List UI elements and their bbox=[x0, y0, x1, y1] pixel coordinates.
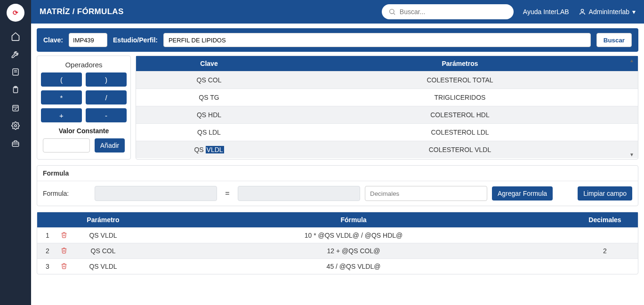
nav-tools[interactable] bbox=[0, 45, 31, 63]
topbar: MATRÍZ / FÓRMULAS Ayuda InterLAB AdminIn… bbox=[31, 0, 644, 24]
param-clave: QS VLDL bbox=[136, 141, 282, 158]
param-name: TRIGLICERIDOS bbox=[282, 89, 638, 106]
user-menu[interactable]: AdminInterlab ▾ bbox=[579, 8, 636, 16]
sidebar: ⟳ bbox=[0, 0, 31, 305]
row-param: QS VLDL bbox=[71, 228, 135, 243]
chevron-down-icon: ▾ bbox=[632, 8, 636, 16]
formula-row-label: Formula: bbox=[43, 190, 90, 197]
add-constant-button[interactable]: Añadir bbox=[95, 138, 125, 152]
delete-row[interactable] bbox=[58, 259, 71, 274]
svg-rect-5 bbox=[13, 105, 18, 111]
param-row[interactable]: QS LDLCOLESTEROL LDL bbox=[136, 123, 638, 141]
nav-toolbox[interactable] bbox=[0, 135, 31, 152]
param-row[interactable]: QS TGTRIGLICERIDOS bbox=[136, 88, 638, 106]
formula-left-input[interactable] bbox=[95, 186, 217, 201]
operators-title: Operadores bbox=[41, 61, 127, 69]
row-param: QS VLDL bbox=[71, 259, 135, 274]
row-number: 3 bbox=[37, 259, 58, 274]
nav-calendar[interactable] bbox=[0, 99, 31, 117]
params-head-param: Parámetros bbox=[282, 56, 638, 71]
param-name: COLESTEROL TOTAL bbox=[282, 72, 638, 88]
params-scrollbar[interactable]: ▲ ▼ bbox=[629, 58, 636, 157]
ft-head-blank1 bbox=[37, 212, 58, 227]
trash-icon bbox=[61, 247, 68, 254]
scroll-up-icon[interactable]: ▲ bbox=[629, 58, 636, 63]
user-label: AdminInterlab bbox=[589, 8, 629, 16]
params-table: Clave Parámetros QS COLCOLESTEROL TOTALQ… bbox=[136, 56, 638, 160]
param-clave: QS COL bbox=[136, 72, 282, 88]
ft-head-dec: Decimales bbox=[572, 212, 638, 227]
nav-book[interactable] bbox=[0, 63, 31, 81]
clear-formula-button[interactable]: Limpiar campo bbox=[578, 186, 632, 201]
ft-head-param: Parámetro bbox=[71, 212, 135, 227]
svg-point-7 bbox=[15, 125, 17, 127]
row-number: 1 bbox=[37, 228, 58, 243]
row-formula: 10 * @QS VLDL@ / @QS HDL@ bbox=[135, 228, 572, 243]
formula-row: 3QS VLDL45 / @QS VLDL@ bbox=[37, 258, 638, 274]
perfil-label: Estudio/Perfil: bbox=[113, 36, 158, 44]
op-close-paren[interactable]: ) bbox=[86, 72, 127, 87]
formulas-table: Parámetro Fórmula Decimales 1QS VLDL10 *… bbox=[37, 212, 638, 274]
trash-icon bbox=[61, 263, 68, 269]
formula-equals: = bbox=[222, 189, 233, 198]
brand-logo: ⟳ bbox=[7, 4, 24, 22]
help-link[interactable]: Ayuda InterLAB bbox=[523, 8, 569, 16]
constant-input[interactable] bbox=[43, 138, 90, 152]
param-row[interactable]: QS HDLCOLESTEROL HDL bbox=[136, 106, 638, 123]
ft-head-formula: Fórmula bbox=[135, 212, 572, 227]
op-open-paren[interactable]: ( bbox=[41, 72, 82, 87]
clave-input[interactable] bbox=[69, 33, 107, 47]
svg-line-11 bbox=[394, 13, 395, 15]
param-row[interactable]: QS COLCOLESTEROL TOTAL bbox=[136, 71, 638, 88]
scroll-down-icon[interactable]: ▼ bbox=[629, 152, 636, 157]
trash-icon bbox=[61, 232, 68, 238]
constant-title: Valor Constante bbox=[41, 127, 127, 135]
decimales-input[interactable] bbox=[365, 186, 487, 201]
user-icon bbox=[579, 8, 586, 16]
nav-clipboard[interactable] bbox=[0, 81, 31, 99]
nav-settings[interactable] bbox=[0, 117, 31, 135]
row-formula: 45 / @QS VLDL@ bbox=[135, 259, 572, 274]
delete-row[interactable] bbox=[58, 228, 71, 243]
delete-row[interactable] bbox=[58, 243, 71, 258]
op-multiply[interactable]: * bbox=[41, 90, 82, 104]
ft-head-blank2 bbox=[58, 212, 71, 227]
op-plus[interactable]: + bbox=[41, 108, 82, 122]
row-decimals bbox=[572, 259, 638, 274]
search-button[interactable]: Buscar bbox=[596, 33, 632, 47]
op-divide[interactable]: / bbox=[86, 90, 127, 104]
svg-point-10 bbox=[389, 9, 394, 14]
param-clave: QS LDL bbox=[136, 124, 282, 141]
clave-label: Clave: bbox=[43, 36, 63, 44]
param-name: COLESTEROL VLDL bbox=[282, 141, 638, 158]
filter-bar: Clave: Estudio/Perfil: Buscar bbox=[37, 28, 638, 52]
nav-home[interactable] bbox=[0, 27, 31, 45]
row-param: QS COL bbox=[71, 243, 135, 258]
page-title: MATRÍZ / FÓRMULAS bbox=[40, 7, 124, 16]
param-clave: QS TG bbox=[136, 89, 282, 106]
formula-row: 1QS VLDL10 * @QS VLDL@ / @QS HDL@ bbox=[37, 227, 638, 243]
global-search-input[interactable] bbox=[400, 8, 507, 16]
perfil-input[interactable] bbox=[163, 33, 591, 47]
row-decimals bbox=[572, 228, 638, 243]
add-formula-button[interactable]: Agregar Formula bbox=[492, 186, 553, 201]
formula-card-title: Formula bbox=[37, 166, 638, 181]
row-number: 2 bbox=[37, 243, 58, 258]
operators-panel: Operadores ( ) * / + - Valor Constante A… bbox=[37, 56, 131, 160]
param-name: COLESTEROL LDL bbox=[282, 124, 638, 141]
param-name: COLESTEROL HDL bbox=[282, 106, 638, 123]
global-search[interactable] bbox=[382, 4, 514, 19]
param-row[interactable]: QS VLDLCOLESTEROL VLDL bbox=[136, 141, 638, 158]
formula-right-input[interactable] bbox=[238, 186, 360, 201]
op-minus[interactable]: - bbox=[86, 108, 127, 122]
formula-card: Formula Formula: = Agregar Formula Limpi… bbox=[37, 165, 638, 206]
svg-point-12 bbox=[581, 9, 583, 12]
row-formula: 12 + @QS COL@ bbox=[135, 243, 572, 258]
formula-row: 2QS COL12 + @QS COL@2 bbox=[37, 243, 638, 258]
main: MATRÍZ / FÓRMULAS Ayuda InterLAB AdminIn… bbox=[31, 0, 644, 305]
params-head-clave: Clave bbox=[136, 56, 282, 71]
param-clave: QS HDL bbox=[136, 106, 282, 123]
search-icon bbox=[388, 8, 396, 16]
row-decimals: 2 bbox=[572, 243, 638, 258]
